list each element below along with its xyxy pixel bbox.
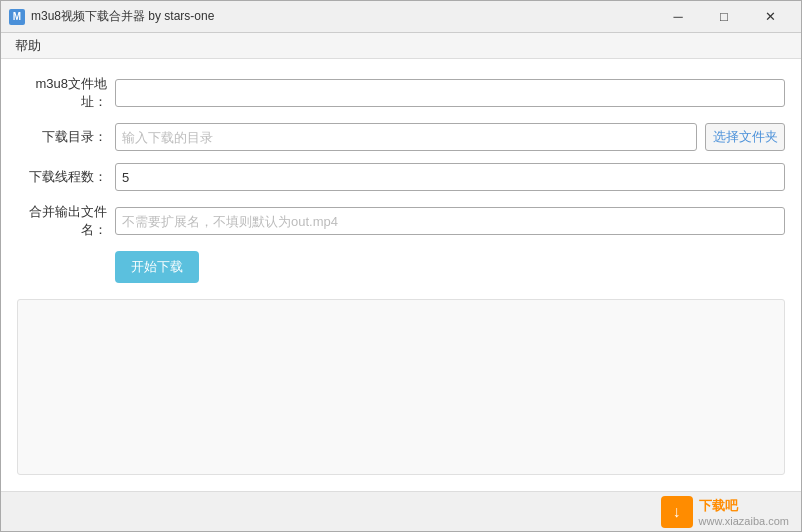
main-window: M m3u8视频下载合并器 by stars-one ─ □ ✕ 帮助 m3u8… — [0, 0, 802, 532]
start-button-row: 开始下载 — [17, 251, 785, 283]
minimize-button[interactable]: ─ — [655, 1, 701, 33]
app-icon: M — [9, 9, 25, 25]
output-filename-input[interactable] — [115, 207, 785, 235]
site-name: 下载吧 — [699, 497, 789, 515]
download-dir-label: 下载目录： — [17, 128, 107, 146]
m3u8-url-row: m3u8文件地址： — [17, 75, 785, 111]
menu-bar: 帮助 — [1, 33, 801, 59]
thread-count-label: 下载线程数： — [17, 168, 107, 186]
bottom-bar: ↓ 下载吧 www.xiazaiba.com — [1, 491, 801, 531]
window-controls: ─ □ ✕ — [655, 1, 793, 33]
output-filename-row: 合并输出文件名： — [17, 203, 785, 239]
site-logo-icon: ↓ — [661, 496, 693, 528]
thread-count-row: 下载线程数： — [17, 163, 785, 191]
title-bar: M m3u8视频下载合并器 by stars-one ─ □ ✕ — [1, 1, 801, 33]
watermark: ↓ 下载吧 www.xiazaiba.com — [661, 496, 789, 528]
log-area — [17, 299, 785, 475]
maximize-button[interactable]: □ — [701, 1, 747, 33]
download-dir-input[interactable] — [115, 123, 697, 151]
output-filename-label: 合并输出文件名： — [17, 203, 107, 239]
select-folder-button[interactable]: 选择文件夹 — [705, 123, 785, 151]
start-download-button[interactable]: 开始下载 — [115, 251, 199, 283]
thread-count-input[interactable] — [115, 163, 785, 191]
m3u8-url-input[interactable] — [115, 79, 785, 107]
close-button[interactable]: ✕ — [747, 1, 793, 33]
site-url: www.xiazaiba.com — [699, 515, 789, 527]
help-menu[interactable]: 帮助 — [5, 34, 51, 58]
content-area: m3u8文件地址： 下载目录： 选择文件夹 下载线程数： 合并输出文件名： 开始… — [1, 59, 801, 491]
m3u8-label: m3u8文件地址： — [17, 75, 107, 111]
download-dir-row: 下载目录： 选择文件夹 — [17, 123, 785, 151]
window-title: m3u8视频下载合并器 by stars-one — [31, 8, 655, 25]
